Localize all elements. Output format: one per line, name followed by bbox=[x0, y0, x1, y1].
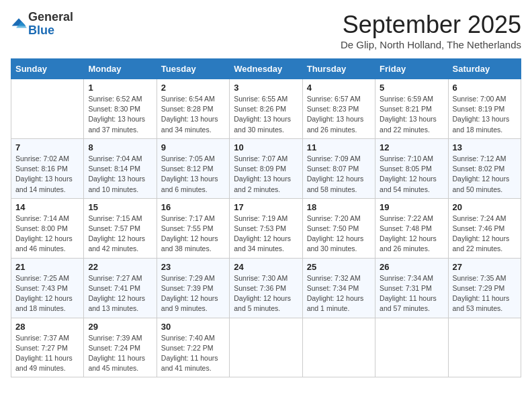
table-row: 21Sunrise: 7:25 AMSunset: 7:43 PMDayligh… bbox=[11, 258, 84, 318]
logo-general: General bbox=[28, 11, 73, 24]
col-tuesday: Tuesday bbox=[157, 59, 229, 79]
table-row: 7Sunrise: 7:02 AMSunset: 8:16 PMDaylight… bbox=[11, 138, 84, 198]
day-number: 17 bbox=[234, 202, 298, 212]
day-info: Sunrise: 6:55 AMSunset: 8:26 PMDaylight:… bbox=[234, 94, 298, 135]
day-info: Sunrise: 7:02 AMSunset: 8:16 PMDaylight:… bbox=[15, 154, 79, 195]
day-number: 12 bbox=[380, 142, 443, 152]
table-row bbox=[230, 318, 302, 377]
table-row: 19Sunrise: 7:22 AMSunset: 7:48 PMDayligh… bbox=[375, 198, 448, 258]
day-number: 8 bbox=[88, 142, 152, 152]
day-info: Sunrise: 7:20 AMSunset: 7:50 PMDaylight:… bbox=[307, 214, 371, 255]
day-info: Sunrise: 7:40 AMSunset: 7:22 PMDaylight:… bbox=[161, 333, 225, 374]
table-row: 14Sunrise: 7:14 AMSunset: 8:00 PMDayligh… bbox=[11, 198, 84, 258]
table-row: 27Sunrise: 7:35 AMSunset: 7:29 PMDayligh… bbox=[448, 258, 521, 318]
table-row: 1Sunrise: 6:52 AMSunset: 8:30 PMDaylight… bbox=[84, 79, 157, 139]
table-row: 23Sunrise: 7:29 AMSunset: 7:39 PMDayligh… bbox=[157, 258, 229, 318]
col-wednesday: Wednesday bbox=[230, 59, 302, 79]
day-number: 30 bbox=[161, 322, 225, 332]
table-row: 11Sunrise: 7:09 AMSunset: 8:07 PMDayligh… bbox=[302, 138, 375, 198]
logo: General Blue bbox=[11, 11, 73, 38]
table-row: 24Sunrise: 7:30 AMSunset: 7:36 PMDayligh… bbox=[230, 258, 302, 318]
day-number: 29 bbox=[88, 322, 152, 332]
calendar-table: Sunday Monday Tuesday Wednesday Thursday… bbox=[11, 58, 521, 377]
day-info: Sunrise: 7:25 AMSunset: 7:43 PMDaylight:… bbox=[15, 273, 79, 314]
day-info: Sunrise: 7:00 AMSunset: 8:19 PMDaylight:… bbox=[453, 94, 517, 135]
day-info: Sunrise: 7:29 AMSunset: 7:39 PMDaylight:… bbox=[161, 273, 225, 314]
table-row: 18Sunrise: 7:20 AMSunset: 7:50 PMDayligh… bbox=[302, 198, 375, 258]
day-info: Sunrise: 7:30 AMSunset: 7:36 PMDaylight:… bbox=[234, 273, 298, 314]
day-info: Sunrise: 6:57 AMSunset: 8:23 PMDaylight:… bbox=[307, 94, 371, 135]
day-number: 21 bbox=[15, 262, 79, 272]
day-info: Sunrise: 7:14 AMSunset: 8:00 PMDaylight:… bbox=[15, 214, 79, 255]
day-info: Sunrise: 7:24 AMSunset: 7:46 PMDaylight:… bbox=[453, 214, 517, 255]
calendar-week-row: 14Sunrise: 7:14 AMSunset: 8:00 PMDayligh… bbox=[11, 198, 521, 258]
calendar-header-row: Sunday Monday Tuesday Wednesday Thursday… bbox=[11, 59, 521, 79]
day-number: 3 bbox=[234, 83, 298, 93]
day-number: 9 bbox=[161, 142, 225, 152]
table-row: 8Sunrise: 7:04 AMSunset: 8:14 PMDaylight… bbox=[84, 138, 157, 198]
day-number: 15 bbox=[88, 202, 152, 212]
table-row: 17Sunrise: 7:19 AMSunset: 7:53 PMDayligh… bbox=[230, 198, 302, 258]
logo-blue: Blue bbox=[28, 24, 73, 38]
day-number: 25 bbox=[307, 262, 371, 272]
day-info: Sunrise: 7:09 AMSunset: 8:07 PMDaylight:… bbox=[307, 154, 371, 195]
day-info: Sunrise: 7:35 AMSunset: 7:29 PMDaylight:… bbox=[453, 273, 517, 314]
day-info: Sunrise: 6:54 AMSunset: 8:28 PMDaylight:… bbox=[161, 94, 225, 135]
day-number: 16 bbox=[161, 202, 225, 212]
table-row: 30Sunrise: 7:40 AMSunset: 7:22 PMDayligh… bbox=[157, 318, 229, 377]
day-number: 20 bbox=[453, 202, 517, 212]
header: General Blue September 2025 De Glip, Nor… bbox=[11, 11, 521, 50]
table-row: 2Sunrise: 6:54 AMSunset: 8:28 PMDaylight… bbox=[157, 79, 229, 139]
col-saturday: Saturday bbox=[448, 59, 521, 79]
day-number: 14 bbox=[15, 202, 79, 212]
day-number: 13 bbox=[453, 142, 517, 152]
day-number: 19 bbox=[380, 202, 443, 212]
day-info: Sunrise: 7:32 AMSunset: 7:34 PMDaylight:… bbox=[307, 273, 371, 314]
col-sunday: Sunday bbox=[11, 59, 84, 79]
day-number: 1 bbox=[88, 83, 152, 93]
title-area: September 2025 De Glip, North Holland, T… bbox=[341, 11, 521, 50]
day-info: Sunrise: 7:17 AMSunset: 7:55 PMDaylight:… bbox=[161, 214, 225, 255]
day-number: 11 bbox=[307, 142, 371, 152]
day-info: Sunrise: 6:52 AMSunset: 8:30 PMDaylight:… bbox=[88, 94, 152, 135]
col-friday: Friday bbox=[375, 59, 448, 79]
day-number: 22 bbox=[88, 262, 152, 272]
day-info: Sunrise: 7:04 AMSunset: 8:14 PMDaylight:… bbox=[88, 154, 152, 195]
calendar-week-row: 1Sunrise: 6:52 AMSunset: 8:30 PMDaylight… bbox=[11, 79, 521, 139]
table-row bbox=[302, 318, 375, 377]
table-row: 22Sunrise: 7:27 AMSunset: 7:41 PMDayligh… bbox=[84, 258, 157, 318]
day-number: 6 bbox=[453, 83, 517, 93]
table-row: 9Sunrise: 7:05 AMSunset: 8:12 PMDaylight… bbox=[157, 138, 229, 198]
table-row: 20Sunrise: 7:24 AMSunset: 7:46 PMDayligh… bbox=[448, 198, 521, 258]
day-number: 7 bbox=[15, 142, 79, 152]
day-number: 26 bbox=[380, 262, 443, 272]
table-row bbox=[375, 318, 448, 377]
table-row: 15Sunrise: 7:15 AMSunset: 7:57 PMDayligh… bbox=[84, 198, 157, 258]
table-row: 29Sunrise: 7:39 AMSunset: 7:24 PMDayligh… bbox=[84, 318, 157, 377]
day-number: 24 bbox=[234, 262, 298, 272]
day-info: Sunrise: 7:05 AMSunset: 8:12 PMDaylight:… bbox=[161, 154, 225, 195]
day-info: Sunrise: 7:34 AMSunset: 7:31 PMDaylight:… bbox=[380, 273, 443, 314]
day-number: 23 bbox=[161, 262, 225, 272]
day-info: Sunrise: 7:19 AMSunset: 7:53 PMDaylight:… bbox=[234, 214, 298, 255]
table-row: 16Sunrise: 7:17 AMSunset: 7:55 PMDayligh… bbox=[157, 198, 229, 258]
month-title: September 2025 bbox=[341, 11, 521, 39]
table-row: 25Sunrise: 7:32 AMSunset: 7:34 PMDayligh… bbox=[302, 258, 375, 318]
col-monday: Monday bbox=[84, 59, 157, 79]
calendar-week-row: 21Sunrise: 7:25 AMSunset: 7:43 PMDayligh… bbox=[11, 258, 521, 318]
table-row bbox=[11, 79, 84, 139]
table-row: 12Sunrise: 7:10 AMSunset: 8:05 PMDayligh… bbox=[375, 138, 448, 198]
table-row bbox=[448, 318, 521, 377]
day-info: Sunrise: 7:12 AMSunset: 8:02 PMDaylight:… bbox=[453, 154, 517, 195]
table-row: 3Sunrise: 6:55 AMSunset: 8:26 PMDaylight… bbox=[230, 79, 302, 139]
table-row: 4Sunrise: 6:57 AMSunset: 8:23 PMDaylight… bbox=[302, 79, 375, 139]
day-info: Sunrise: 7:10 AMSunset: 8:05 PMDaylight:… bbox=[380, 154, 443, 195]
day-number: 10 bbox=[234, 142, 298, 152]
calendar-week-row: 7Sunrise: 7:02 AMSunset: 8:16 PMDaylight… bbox=[11, 138, 521, 198]
day-info: Sunrise: 7:37 AMSunset: 7:27 PMDaylight:… bbox=[15, 333, 79, 374]
day-number: 2 bbox=[161, 83, 225, 93]
table-row: 26Sunrise: 7:34 AMSunset: 7:31 PMDayligh… bbox=[375, 258, 448, 318]
day-number: 28 bbox=[15, 322, 79, 332]
table-row: 13Sunrise: 7:12 AMSunset: 8:02 PMDayligh… bbox=[448, 138, 521, 198]
table-row: 6Sunrise: 7:00 AMSunset: 8:19 PMDaylight… bbox=[448, 79, 521, 139]
